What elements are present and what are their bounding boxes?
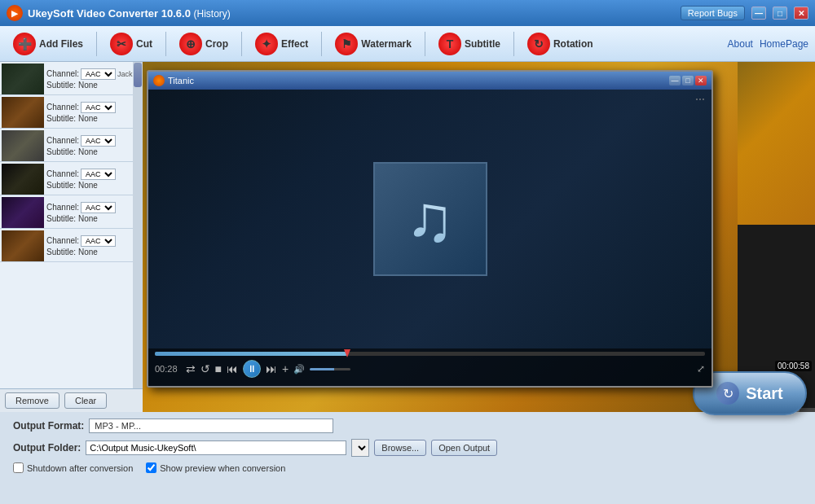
thumb-strip-item: [738, 62, 815, 225]
file-thumbnail: [2, 230, 44, 261]
channel-select[interactable]: AAC: [81, 235, 116, 247]
time-display: 00:28: [155, 364, 178, 374]
list-item[interactable]: Channel: AAC Subtitle: None: [0, 229, 143, 262]
channel-select[interactable]: AAC: [81, 102, 116, 113]
file-info: Channel: AAC Subtitle: None: [44, 201, 141, 225]
channel-select[interactable]: AAC: [81, 169, 116, 180]
shuffle-button[interactable]: ⇄: [186, 362, 196, 375]
player-content: ⋯ ♫: [148, 90, 711, 348]
player-title-bar: Titanic — □ ✕: [148, 72, 711, 90]
crop-icon: ⊕: [179, 33, 202, 55]
next-button[interactable]: ⏭: [266, 362, 277, 375]
start-label: Start: [746, 384, 783, 403]
separator: [96, 32, 97, 56]
player-window-controls: — □ ✕: [669, 76, 707, 85]
list-item[interactable]: Channel: AAC Subtitle: None: [0, 162, 143, 195]
file-thumbnail: [2, 97, 44, 128]
progress-bar[interactable]: [155, 352, 705, 356]
file-info: Channel: AAC Subtitle: None: [44, 168, 141, 191]
list-item[interactable]: Channel: AAC Jack the Giant Slayer.mp4 S…: [0, 62, 143, 95]
player-minimize-button[interactable]: —: [669, 76, 681, 85]
about-link[interactable]: About: [728, 38, 753, 50]
remove-button[interactable]: Remove: [5, 392, 59, 409]
separator: [241, 32, 242, 56]
homepage-link[interactable]: HomePage: [760, 38, 808, 50]
rotation-button[interactable]: ↻ Rotation: [521, 29, 600, 59]
expand-icon[interactable]: ⋯: [695, 94, 705, 105]
channel-select[interactable]: AAC: [81, 202, 116, 213]
subtitle-button[interactable]: T Subtitle: [432, 29, 507, 59]
file-info: Channel: AAC Subtitle: None: [44, 234, 141, 258]
shutdown-label: Shutdown after conversion: [27, 463, 133, 473]
file-info: Channel: AAC Subtitle: None: [44, 101, 141, 125]
thumbnail-strip: 00:00:58: [738, 62, 815, 412]
player-maximize-button[interactable]: □: [682, 76, 694, 85]
time-badge: 00:00:58: [775, 361, 812, 371]
close-button[interactable]: ✕: [794, 7, 808, 20]
file-thumbnail: [2, 64, 44, 94]
output-format-value[interactable]: MP3 - MP...: [89, 419, 333, 433]
repeat-button[interactable]: ↺: [200, 362, 210, 375]
file-thumbnail: [2, 164, 44, 195]
fullscreen-button[interactable]: ⤢: [697, 363, 705, 375]
bottom-panel: Output Format: MP3 - MP... ↻ Start Outpu…: [0, 412, 815, 476]
output-folder-input[interactable]: [86, 440, 346, 455]
app-logo: ▶: [7, 5, 23, 21]
preview-area: Titanic — □ ✕ ⋯ ♫: [143, 62, 815, 412]
title-bar: ▶ UkeySoft Video Converter 10.6.0 (Histo…: [0, 0, 815, 26]
volume-icon: 🔊: [293, 364, 305, 375]
add-files-icon: ➕: [13, 33, 36, 55]
app-title: UkeySoft Video Converter 10.6.0 (History…: [28, 7, 231, 20]
separator: [165, 32, 166, 56]
shutdown-checkbox[interactable]: [13, 462, 24, 473]
effect-button[interactable]: ✦ Effect: [249, 29, 315, 59]
separator: [425, 32, 425, 56]
checkbox-row: Shutdown after conversion Show preview w…: [7, 459, 808, 476]
cut-button[interactable]: ✂ Cut: [104, 29, 159, 59]
show-preview-checkbox[interactable]: [146, 462, 156, 473]
folder-dropdown[interactable]: [351, 439, 369, 457]
clear-button[interactable]: Clear: [64, 392, 107, 409]
prev-button[interactable]: ⏮: [227, 362, 238, 375]
channel-select[interactable]: AAC: [81, 135, 116, 147]
output-folder-row: Output Folder: Browse... Open Output: [7, 436, 808, 459]
player-title-text: Titanic: [168, 76, 194, 85]
minimize-button[interactable]: —: [751, 7, 766, 20]
start-icon: ↻: [716, 382, 739, 405]
list-item[interactable]: Channel: AAC Subtitle: None: [0, 195, 143, 229]
report-bugs-button[interactable]: Report Bugs: [681, 6, 745, 20]
list-item[interactable]: Channel: AAC Subtitle: None: [0, 129, 143, 162]
plus-button[interactable]: +: [282, 362, 289, 375]
show-preview-label: Show preview when conversion: [160, 463, 285, 473]
channel-select[interactable]: AAC: [81, 68, 116, 80]
player-close-button[interactable]: ✕: [695, 76, 707, 85]
scrollbar-track[interactable]: [133, 62, 143, 388]
output-format-row: Output Format: MP3 - MP... ↻ Start: [7, 415, 808, 436]
open-output-button[interactable]: Open Output: [431, 440, 497, 456]
file-thumbnail: [2, 130, 44, 161]
maximize-button[interactable]: □: [773, 7, 787, 20]
add-files-button[interactable]: ➕ Add Files: [7, 29, 90, 59]
file-info: Channel: AAC Jack the Giant Slayer.mp4 S…: [44, 68, 143, 91]
stop-button[interactable]: ■: [215, 362, 222, 375]
play-pause-button[interactable]: ⏸: [243, 360, 261, 378]
player-logo: [153, 75, 165, 86]
list-item[interactable]: Channel: AAC Subtitle: None: [0, 95, 143, 129]
volume-slider[interactable]: [310, 368, 350, 370]
music-note-display: ♫: [373, 162, 487, 276]
file-info: Channel: AAC Subtitle: None: [44, 134, 141, 158]
cut-icon: ✂: [110, 33, 133, 55]
separator: [321, 32, 322, 56]
file-scroll-area: Channel: AAC Jack the Giant Slayer.mp4 S…: [0, 62, 143, 388]
subtitle-icon: T: [438, 33, 461, 55]
scrollbar-thumb[interactable]: [134, 63, 142, 87]
browse-button[interactable]: Browse...: [374, 440, 426, 456]
crop-button[interactable]: ⊕ Crop: [173, 29, 235, 59]
watermark-button[interactable]: ⚑ Watermark: [328, 29, 418, 59]
output-format-label: Output Format:: [13, 420, 84, 432]
file-thumbnail: [2, 197, 44, 228]
progress-cursor: [344, 349, 350, 358]
separator: [513, 32, 514, 56]
file-list-buttons: Remove Clear: [0, 388, 143, 412]
effect-icon: ✦: [255, 33, 278, 55]
